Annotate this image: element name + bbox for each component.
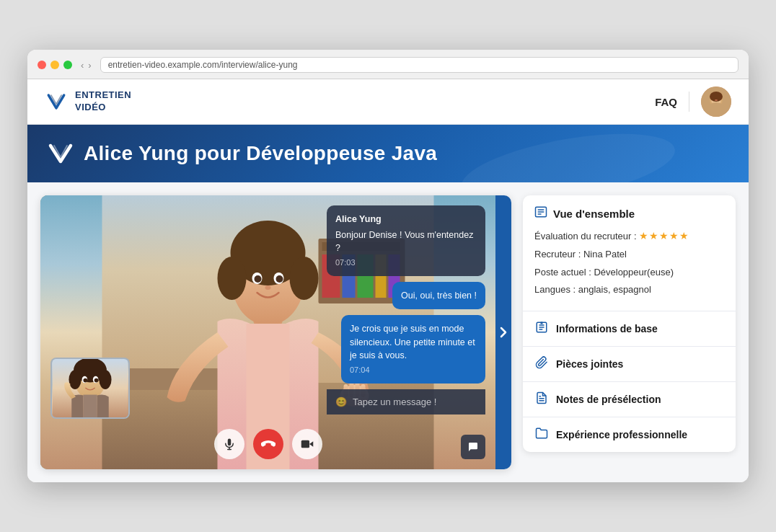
dot-close[interactable]	[38, 61, 46, 69]
chat-time-1: 07:03	[335, 257, 477, 269]
faq-link[interactable]: FAQ	[655, 96, 677, 108]
chat-input-bar[interactable]: 😊 Tapez un message !	[327, 389, 485, 414]
page-title: Alice Yung pour Développeuse Java	[84, 142, 437, 165]
dot-minimize[interactable]	[50, 61, 59, 69]
chat-bubble-3: Je crois que je suis en mode silencieux.…	[341, 315, 485, 383]
emoji-icon: 😊	[335, 396, 347, 407]
menu-label-1: Pièces jointes	[556, 358, 623, 370]
svg-rect-45	[301, 440, 309, 448]
chat-message-1: Bonjour Denise ! Vous m'entendez ?	[335, 229, 477, 254]
rating-row: Évaluation du recruteur : ★★★★★	[534, 229, 724, 244]
poste-value-span: Développeur(euse)	[594, 267, 674, 278]
menu-item-2[interactable]: Notes de présélection	[523, 382, 736, 417]
rating-label: Évaluation du recruteur :	[534, 231, 637, 241]
video-container: Alice Yung Bonjour Denise ! Vous m'enten…	[40, 195, 495, 469]
small-video-inner	[52, 359, 128, 417]
menu-item-0[interactable]: Informations de base	[523, 311, 736, 347]
poste-row: Poste actuel : Développeur(euse)	[534, 265, 724, 280]
logo-area: ENTRETIEN VIDÉO	[45, 89, 131, 114]
main-content: Alice Yung Bonjour Denise ! Vous m'enten…	[27, 182, 749, 482]
camera-button[interactable]	[292, 429, 322, 459]
recruiter-label: Recruteur :	[534, 249, 581, 260]
rating-stars: ★★★★★	[639, 230, 689, 241]
header-right: FAQ	[655, 87, 731, 117]
overview-icon	[534, 205, 547, 221]
menu-label-0: Informations de base	[556, 323, 658, 334]
dot-maximize[interactable]	[63, 61, 72, 69]
sidebar-toggle-button[interactable]	[495, 195, 511, 469]
overview-header: Vue d'ensemble	[534, 205, 724, 221]
langues-value: anglais, espagnol	[578, 284, 651, 295]
nav-back-icon[interactable]: ‹	[81, 60, 84, 71]
end-call-button[interactable]	[253, 429, 283, 459]
avatar[interactable]	[701, 87, 731, 117]
chat-bubble-1: Alice Yung Bonjour Denise ! Vous m'enten…	[327, 205, 485, 276]
svg-point-39	[83, 378, 87, 383]
hero-logo-icon	[48, 141, 74, 167]
recruiter-name-val: Nina Patel	[583, 249, 627, 260]
svg-point-24	[276, 275, 283, 283]
menu-label-2: Notes de présélection	[556, 394, 661, 405]
chat-time-2: 07:04	[350, 365, 477, 376]
menu-icon-2	[534, 391, 549, 407]
url-bar[interactable]: entretien-video.example.com/interview/al…	[100, 57, 738, 73]
svg-rect-41	[83, 395, 97, 417]
svg-point-3	[707, 102, 726, 117]
browser-chrome: ‹ › entretien-video.example.com/intervie…	[27, 50, 749, 79]
menu-icon-3	[534, 427, 549, 443]
video-area: Alice Yung Bonjour Denise ! Vous m'enten…	[40, 195, 511, 469]
browser-window: ‹ › entretien-video.example.com/intervie…	[27, 50, 749, 482]
svg-point-20	[290, 257, 319, 300]
svg-point-25	[265, 285, 271, 290]
langues-label: Langues :	[534, 284, 576, 295]
chat-message-2: Oui, oui, très bien !	[401, 289, 477, 302]
browser-dots	[38, 61, 72, 69]
svg-point-5	[715, 99, 718, 101]
recruiter-row: Recruteur : Nina Patel	[534, 247, 724, 262]
header-divider	[689, 92, 689, 112]
video-controls	[214, 429, 322, 459]
langues-row: Langues : anglais, espagnol	[534, 283, 724, 297]
brand-logo-icon	[45, 90, 68, 113]
app-header: ENTRETIEN VIDÉO FAQ	[27, 79, 749, 125]
menu-label-3: Expérience professionnelle	[556, 429, 687, 440]
browser-nav-buttons[interactable]: ‹ ›	[81, 60, 92, 71]
mic-button[interactable]	[214, 429, 244, 459]
right-panel: Vue d'ensemble Évaluation du recruteur :…	[523, 195, 736, 452]
menu-icon-0	[534, 321, 549, 337]
brand-name: ENTRETIEN VIDÉO	[75, 89, 131, 114]
poste-label: Poste actuel :	[534, 267, 591, 278]
menu-item-3[interactable]: Expérience professionnelle	[523, 417, 736, 452]
svg-point-36	[99, 370, 111, 389]
svg-point-23	[255, 275, 262, 283]
overview-title: Vue d'ensemble	[553, 208, 635, 220]
chat-sender-name: Alice Yung	[335, 213, 477, 226]
chat-bubble-2: Oui, oui, très bien !	[392, 282, 485, 309]
hero-banner: Alice Yung pour Développeuse Java	[27, 125, 749, 182]
svg-point-40	[94, 378, 99, 383]
chat-toggle-button[interactable]	[461, 435, 485, 459]
menu-icon-1	[534, 356, 549, 372]
chat-overlay: Alice Yung Bonjour Denise ! Vous m'enten…	[327, 205, 485, 414]
menu-item-1[interactable]: Pièces jointes	[523, 347, 736, 382]
svg-point-35	[69, 370, 81, 389]
chat-input-placeholder[interactable]: Tapez un message !	[353, 396, 436, 407]
small-video-overlay	[50, 358, 130, 419]
svg-point-19	[218, 257, 247, 300]
overview-section: Vue d'ensemble Évaluation du recruteur :…	[523, 195, 736, 311]
nav-forward-icon[interactable]: ›	[88, 60, 91, 71]
svg-rect-42	[227, 439, 231, 446]
chat-message-3: Je crois que je suis en mode silencieux.…	[350, 322, 477, 361]
